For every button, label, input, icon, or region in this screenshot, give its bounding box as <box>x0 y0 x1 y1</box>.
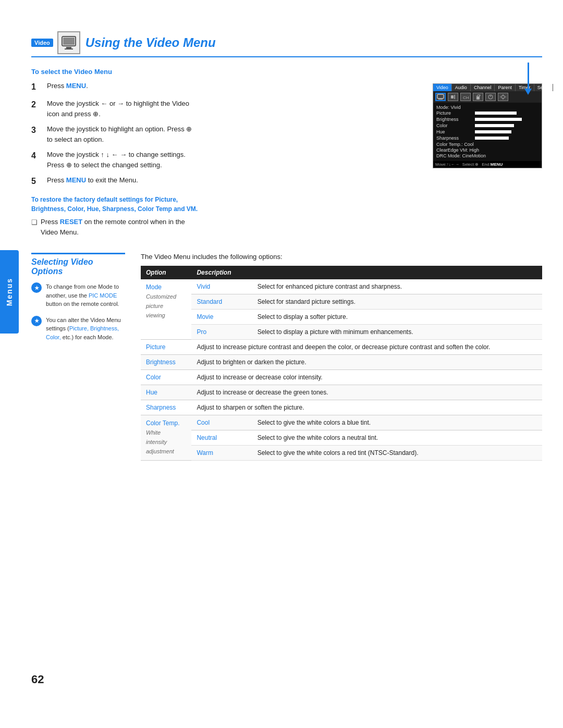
menu-brightness-row: Brightness <box>436 117 538 122</box>
option-brightness-desc: Adjust to brighten or darken the picture… <box>191 355 542 370</box>
table-row: Sharpness Adjust to sharpen or soften th… <box>141 400 542 415</box>
brightness-bar <box>475 118 522 121</box>
menu-footer-end: End:MENU <box>482 162 503 167</box>
suboption-neutral: Neutral <box>191 430 252 446</box>
restore-note: To restore the factory default settings … <box>31 195 198 237</box>
option-color-temp: Color Temp. Whiteintensityadjustment <box>141 415 191 461</box>
table-row: Movie Select to display a softer picture… <box>141 310 542 325</box>
suboption-neutral-desc: Select to give the white colors a neutra… <box>252 430 542 446</box>
menu-picture-row: Picture <box>436 110 538 116</box>
note-icon-2: ★ <box>31 316 42 326</box>
video-badge: Video <box>31 39 53 47</box>
option-color-desc: Adjust to increase or decrease color int… <box>191 370 542 385</box>
option-brightness: Brightness <box>141 355 191 370</box>
option-picture: Picture <box>141 340 191 355</box>
page-number: 62 <box>31 673 44 686</box>
suboption-movie-desc: Select to display a softer picture. <box>252 310 542 325</box>
lock-icon <box>474 94 482 100</box>
suboption-warm: Warm <box>191 446 252 461</box>
step-3: 3 Move the joystick to highlight an opti… <box>31 124 198 144</box>
menu-word-5: MENU <box>66 176 86 184</box>
main-layout: To select the Video Menu 1 Press MENU. 2… <box>31 68 542 237</box>
table-row: Neutral Select to give the white colors … <box>141 430 542 446</box>
speaker-icon <box>449 94 457 100</box>
option-color: Color <box>141 370 191 385</box>
menu-drc-row: DRC Mode: CineMotion <box>436 153 538 158</box>
picture-bar <box>475 112 517 115</box>
tv-small-icon <box>437 94 444 100</box>
svg-point-11 <box>501 95 505 98</box>
note-icon-1: ★ <box>31 282 42 293</box>
note-text-2: You can alter the Video Menu settings (P… <box>46 316 125 342</box>
step-1: 1 Press MENU. <box>31 81 198 93</box>
restore-note-text: To restore the factory default settings … <box>31 195 198 214</box>
table-header-row: Option Description <box>141 266 542 279</box>
channel-icon: CH <box>462 94 469 100</box>
step-5: 5 Press MENU to exit the Menu. <box>31 175 198 188</box>
menu-tab-parent: Parent <box>495 84 516 91</box>
timer-icon <box>487 94 494 100</box>
svg-rect-3 <box>63 38 75 45</box>
menu-color-row: Color <box>436 123 538 128</box>
svg-rect-6 <box>451 95 454 98</box>
menu-footer: Move:↑↓←→ Select:⊕ End:MENU <box>433 161 542 168</box>
svg-rect-1 <box>66 47 71 48</box>
step-4: 4 Move the joystick ↑ ↓ ← → to change se… <box>31 150 198 170</box>
suboption-cool-desc: Select to give the white colors a blue t… <box>252 415 542 430</box>
menu-body: Mode: Vivid Picture Brightness Color <box>433 103 542 161</box>
menu-icon-6 <box>498 93 508 101</box>
menu-hue-row: Hue <box>436 129 538 134</box>
options-table: Option Description Mode Customizedpictur… <box>141 266 542 461</box>
menu-tab-audio: Audio <box>452 84 471 91</box>
menu-icon-3: CH <box>460 93 471 101</box>
table-row: Standard Select for standard picture set… <box>141 294 542 310</box>
svg-rect-8 <box>476 96 480 100</box>
right-column: Video Audio Channel Parent Timer Setup <box>214 68 542 237</box>
table-row: Brightness Adjust to brighten or darken … <box>141 355 542 370</box>
section2-right: The Video Menu includes the following op… <box>141 253 542 461</box>
svg-rect-2 <box>65 48 73 50</box>
menu-icon-4 <box>473 93 483 101</box>
left-column: To select the Video Menu 1 Press MENU. 2… <box>31 68 198 237</box>
suboption-warm-desc: Select to give the white colors a red ti… <box>252 446 542 461</box>
option-mode: Mode Customizedpictureviewing <box>141 279 191 340</box>
table-row: Pro Select to display a picture with min… <box>141 325 542 340</box>
hue-bar <box>475 130 511 133</box>
option-sharpness: Sharpness <box>141 400 191 415</box>
menu-mode-row: Mode: Vivid <box>436 105 538 110</box>
table-row: Hue Adjust to increase or decrease the g… <box>141 385 542 400</box>
table-row: Mode Customizedpictureviewing Vivid Sele… <box>141 279 542 294</box>
table-row: Color Adjust to increase or decrease col… <box>141 370 542 385</box>
sharpness-bar <box>475 137 509 140</box>
title-section: Video Using the Video Menu <box>31 31 542 57</box>
menu-footer-select: Select:⊕ <box>462 162 479 167</box>
menu-tab-video: Video <box>433 84 452 91</box>
svg-rect-5 <box>438 99 443 100</box>
section2-left: Selecting VideoOptions ★ To change from … <box>31 253 125 461</box>
suboption-standard: Standard <box>191 294 252 310</box>
menu-clearedge-row: ClearEdge VM: High <box>436 147 538 153</box>
menu-sharpness-row: Sharpness <box>436 135 538 141</box>
selecting-video-section: Selecting VideoOptions ★ To change from … <box>31 253 542 461</box>
suboption-pro: Pro <box>191 325 252 340</box>
menu-tab-channel: Channel <box>471 84 495 91</box>
tv-icon <box>61 35 77 50</box>
suboption-movie: Movie <box>191 310 252 325</box>
menu-footer-text: Move:↑↓←→ <box>435 162 459 167</box>
suboption-vivid-desc: Select for enhanced picture contrast and… <box>252 279 542 294</box>
suboption-standard-desc: Select for standard picture settings. <box>252 294 542 310</box>
menu-word-1: MENU <box>66 82 86 90</box>
menu-tab-setup: Setup <box>534 84 554 91</box>
menu-colortemp-row: Color Temp.: Cool <box>436 142 538 147</box>
note-block-2: ★ You can alter the Video Menu settings … <box>31 316 125 342</box>
svg-rect-4 <box>437 94 444 98</box>
table-row: Color Temp. Whiteintensityadjustment Coo… <box>141 415 542 430</box>
section-intro: The Video Menu includes the following op… <box>141 253 542 261</box>
menu-icon-5 <box>485 93 496 101</box>
suboption-pro-desc: Select to display a picture with minimum… <box>252 325 542 340</box>
option-hue-desc: Adjust to increase or decrease the green… <box>191 385 542 400</box>
checkbox-symbol: ❑ <box>31 217 38 228</box>
col-header-option: Option <box>141 266 191 279</box>
steps-list: 1 Press MENU. 2 Move the joystick ← or →… <box>31 81 198 188</box>
table-row: Picture Adjust to increase picture contr… <box>141 340 542 355</box>
